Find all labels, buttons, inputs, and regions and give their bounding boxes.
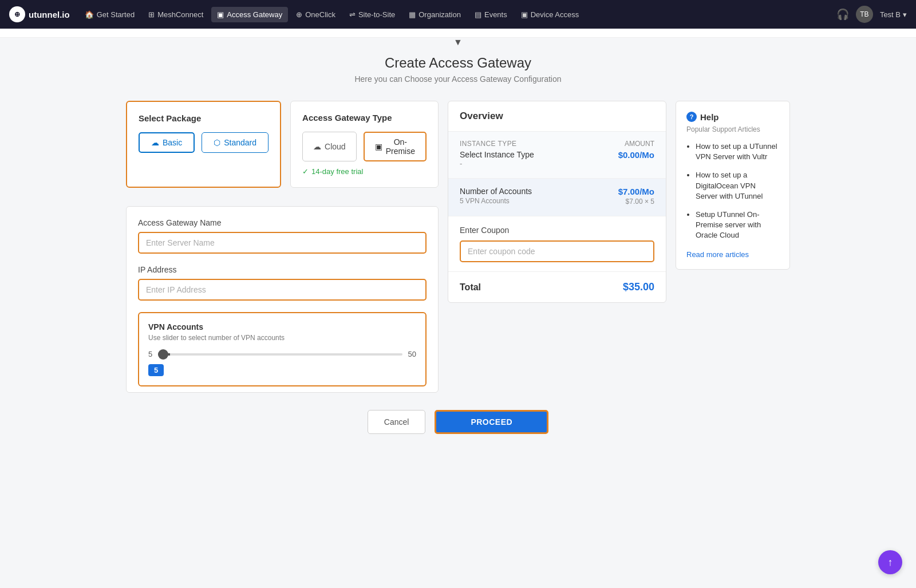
package-buttons: ☁ Basic ⬡ Standard (139, 132, 269, 153)
page-subtitle: Here you can Choose your Access Gateway … (126, 74, 790, 84)
nav-item-events[interactable]: ▤ Events (469, 7, 513, 22)
logo[interactable]: ⊕ utunnel.io (9, 6, 70, 22)
select-instance-label: Select Instance Type (460, 150, 534, 159)
cloud-icon: ☁ (313, 142, 321, 151)
help-article-2[interactable]: How to set up a DigitalOcean VPN Server … (696, 170, 779, 202)
organization-icon: ▦ (409, 10, 416, 19)
coupon-input[interactable] (460, 240, 654, 262)
check-icon: ✓ (302, 167, 309, 176)
help-articles-list: How to set up a UTunnel VPN Server with … (686, 141, 779, 241)
basic-button[interactable]: ☁ Basic (139, 132, 195, 153)
coupon-section: Enter Coupon (448, 216, 666, 271)
gateway-type-card: Access Gateway Type ☁ Cloud ▣ On-Premise… (290, 101, 439, 188)
access-gateway-icon: ▣ (217, 10, 224, 19)
slider-row: 5 50 (148, 350, 416, 358)
vpn-count-badge: 5 (148, 364, 164, 376)
instance-price: $0.00/Mo (618, 150, 654, 160)
left-column: Select Package ☁ Basic ⬡ Standard (126, 101, 439, 393)
instance-type-header-row: Instance Type AMOUNT (460, 140, 654, 148)
accounts-label: Number of Accounts (460, 187, 532, 196)
vpn-title: VPN Accounts (148, 322, 416, 332)
help-icon: ? (686, 112, 697, 122)
ip-address-group: IP Address (138, 265, 427, 301)
accounts-desc: 5 VPN Accounts (460, 197, 532, 205)
footer-actions: Cancel PROCEED (126, 393, 790, 445)
logo-text: utunnel.io (29, 10, 70, 19)
accounts-right: $7.00/Mo $7.00 × 5 (618, 187, 654, 206)
help-article-3[interactable]: Setup UTunnel On-Premise server with Ora… (696, 210, 779, 241)
page-step-indicator (0, 29, 916, 38)
total-amount: $35.00 (623, 281, 654, 293)
help-popular-label: Popular Support Articles (686, 125, 779, 133)
cancel-button[interactable]: Cancel (368, 410, 426, 434)
amount-col-label: AMOUNT (625, 140, 654, 148)
total-section: Total $35.00 (448, 271, 666, 302)
standard-icon: ⬡ (214, 138, 220, 147)
slider-min: 5 (148, 350, 152, 358)
nav-item-oneclick[interactable]: ⊕ OneClick (290, 7, 341, 22)
nav-item-access-gateway[interactable]: ▣ Access Gateway (211, 7, 288, 22)
meshconnect-icon: ⊞ (148, 10, 155, 19)
total-label: Total (460, 282, 481, 293)
top-section: Select Package ☁ Basic ⬡ Standard (126, 101, 439, 188)
avatar: TB (856, 6, 873, 23)
support-icon[interactable]: 🎧 (836, 8, 849, 21)
help-title: ? Help (686, 112, 779, 122)
nav-item-organization[interactable]: ▦ Organization (403, 7, 467, 22)
page-wrapper: Create Access Gateway Here you can Choos… (114, 38, 802, 457)
proceed-button[interactable]: PROCEED (435, 410, 548, 434)
navbar: ⊕ utunnel.io 🏠 Get Started ⊞ MeshConnect… (0, 0, 916, 29)
gateway-name-input[interactable] (138, 232, 427, 254)
vpn-accounts-card: VPN Accounts Use slider to select number… (138, 312, 427, 386)
home-icon: 🏠 (85, 10, 94, 19)
slider-max: 50 (408, 350, 416, 358)
gateway-name-label: Access Gateway Name (138, 218, 427, 227)
basic-icon: ☁ (151, 138, 159, 147)
help-panel: ? Help Popular Support Articles How to s… (676, 101, 790, 270)
ip-address-input[interactable] (138, 279, 427, 301)
accounts-section: Number of Accounts 5 VPN Accounts $7.00/… (448, 179, 666, 216)
accounts-left: Number of Accounts 5 VPN Accounts (460, 187, 532, 205)
accounts-value-row: Number of Accounts 5 VPN Accounts $7.00/… (460, 187, 654, 206)
gateway-type-buttons: ☁ Cloud ▣ On-Premise (302, 132, 427, 161)
read-more-link[interactable]: Read more articles (686, 250, 749, 259)
select-package-title: Select Package (139, 113, 269, 123)
logo-icon: ⊕ (9, 6, 25, 22)
standard-button[interactable]: ⬡ Standard (202, 132, 269, 153)
device-access-icon: ▣ (521, 10, 528, 19)
help-article-1[interactable]: How to set up a UTunnel VPN Server with … (696, 141, 779, 162)
on-premise-button[interactable]: ▣ On-Premise (364, 132, 427, 161)
user-menu[interactable]: Test B ▾ (880, 10, 907, 19)
accounts-sub: $7.00 × 5 (618, 198, 654, 206)
right-column: Overview Instance Type AMOUNT Select Ins… (448, 101, 666, 303)
chevron-down-icon: ▾ (903, 10, 907, 19)
instance-dash: - (460, 159, 534, 168)
instance-type-left: Select Instance Type - (460, 150, 534, 168)
gateway-type-title: Access Gateway Type (302, 113, 427, 123)
vpn-slider[interactable] (158, 353, 402, 356)
nav-item-get-started[interactable]: 🏠 Get Started (79, 7, 140, 22)
page-title: Create Access Gateway (126, 55, 790, 71)
oneclick-icon: ⊕ (296, 10, 302, 19)
overview-header: Overview (448, 101, 666, 132)
main-layout: Select Package ☁ Basic ⬡ Standard (126, 101, 790, 393)
nav-right: 🎧 TB Test B ▾ (836, 6, 907, 23)
overview-card: Overview Instance Type AMOUNT Select Ins… (448, 101, 666, 303)
site-to-site-icon: ⇌ (349, 10, 356, 19)
nav-item-meshconnect[interactable]: ⊞ MeshConnect (143, 7, 209, 22)
config-area: Access Gateway Name IP Address VPN Accou… (126, 206, 439, 393)
gateway-name-group: Access Gateway Name (138, 218, 427, 254)
events-icon: ▤ (475, 10, 481, 19)
select-package-card: Select Package ☁ Basic ⬡ Standard (126, 101, 281, 188)
instance-type-value-row: Select Instance Type - $0.00/Mo (460, 150, 654, 168)
cloud-button[interactable]: ☁ Cloud (302, 132, 357, 161)
ip-address-label: IP Address (138, 265, 427, 274)
nav-item-device-access[interactable]: ▣ Device Access (515, 7, 585, 22)
free-trial-badge: ✓ 14-day free trial (302, 167, 427, 176)
nav-item-site-to-site[interactable]: ⇌ Site-to-Site (344, 7, 401, 22)
coupon-label: Enter Coupon (460, 226, 654, 235)
accounts-price: $7.00/Mo (618, 187, 654, 196)
vpn-subtitle: Use slider to select number of VPN accou… (148, 334, 416, 342)
on-premise-icon: ▣ (375, 142, 382, 151)
instance-type-section: Instance Type AMOUNT Select Instance Typ… (448, 132, 666, 179)
